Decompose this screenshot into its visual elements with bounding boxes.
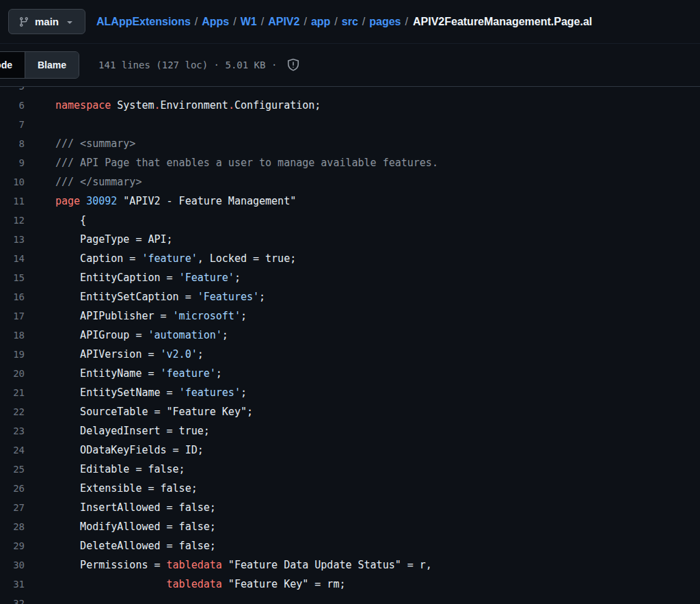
line-number[interactable]: 13 — [0, 230, 25, 249]
code-line-content: Permissions = tabledata "Feature Data Up… — [25, 555, 432, 575]
code-line: 29 DeleteAllowed = false; — [0, 536, 700, 555]
breadcrumb-current-file: APIV2FeatureManagement.Page.al — [413, 16, 592, 28]
code-line: 6namespace System.Environment.Configurat… — [0, 96, 700, 115]
code-line-content — [25, 87, 55, 96]
line-number[interactable]: 22 — [0, 402, 25, 421]
line-number[interactable]: 17 — [0, 306, 25, 326]
breadcrumb-separator: / — [304, 16, 306, 28]
breadcrumb-separator: / — [405, 16, 408, 28]
code-line: 15 EntityCaption = 'Feature'; — [0, 268, 700, 287]
breadcrumb-link[interactable]: app — [311, 16, 330, 28]
line-number[interactable]: 24 — [0, 441, 25, 460]
breadcrumb-separator: / — [233, 16, 236, 28]
code-line-content: InsertAllowed = false; — [25, 498, 216, 517]
code-line: 30 Permissions = tabledata "Feature Data… — [0, 555, 700, 575]
code-line-content: Editable = false; — [25, 460, 185, 479]
code-line: 23 DelayedInsert = true; — [0, 421, 700, 441]
breadcrumb-link[interactable]: W1 — [241, 16, 257, 28]
line-number[interactable]: 9 — [0, 153, 25, 172]
code-line-content: PageType = API; — [25, 230, 173, 249]
code-line-content: APIVersion = 'v2.0'; — [25, 345, 204, 364]
code-line-content: EntitySetCaption = 'Features'; — [25, 287, 265, 306]
code-line: 28 ModifyAllowed = false; — [0, 517, 700, 536]
code-line: 24 ODataKeyFields = ID; — [0, 441, 700, 460]
line-number[interactable]: 25 — [0, 460, 25, 479]
code-blame-toggle: CodeBlame — [0, 51, 79, 79]
line-number[interactable]: 10 — [0, 172, 25, 192]
code-line: 19 APIVersion = 'v2.0'; — [0, 345, 700, 364]
line-number[interactable]: 5 — [0, 87, 25, 96]
file-info: 141 lines (127 loc) · 5.01 KB · — [98, 60, 277, 70]
breadcrumb-link[interactable]: Apps — [202, 16, 229, 28]
line-number[interactable]: 31 — [0, 575, 25, 594]
line-number[interactable]: 20 — [0, 364, 25, 383]
line-number[interactable]: 26 — [0, 479, 25, 498]
code-line-content: page 30092 "APIV2 - Feature Management" — [25, 192, 296, 211]
code-line-content — [25, 594, 55, 604]
line-number[interactable]: 15 — [0, 268, 25, 287]
code-line-content: DelayedInsert = true; — [25, 421, 210, 441]
code-line: 27 InsertAllowed = false; — [0, 498, 700, 517]
breadcrumb-link[interactable]: ALAppExtensions — [96, 16, 191, 28]
git-branch-icon — [18, 16, 29, 27]
code-line: 16 EntitySetCaption = 'Features'; — [0, 287, 700, 306]
code-line-content: EntitySetName = 'features'; — [25, 383, 247, 402]
line-number[interactable]: 29 — [0, 536, 25, 555]
tab-blame[interactable]: Blame — [25, 52, 79, 78]
line-number[interactable]: 11 — [0, 192, 25, 211]
file-toolbar: CodeBlame 141 lines (127 loc) · 5.01 KB … — [0, 44, 700, 87]
line-number[interactable]: 18 — [0, 326, 25, 345]
line-number[interactable]: 16 — [0, 287, 25, 306]
code-line-content: SourceTable = "Feature Key"; — [25, 402, 253, 421]
code-line-content — [25, 115, 55, 134]
code-line-content: APIGroup = 'automation'; — [25, 326, 228, 345]
line-number[interactable]: 19 — [0, 345, 25, 364]
code-line-content: EntityCaption = 'Feature'; — [25, 268, 241, 287]
code-line-content: APIPublisher = 'microsoft'; — [25, 306, 247, 326]
line-number[interactable]: 6 — [0, 96, 25, 115]
code-line: 9/// API Page that enables a user to man… — [0, 153, 700, 172]
breadcrumb-separator: / — [362, 16, 365, 28]
branch-name: main — [35, 16, 59, 27]
code-line-content: Extensible = false; — [25, 479, 198, 498]
line-number[interactable]: 28 — [0, 517, 25, 536]
code-line: 11page 30092 "APIV2 - Feature Management… — [0, 192, 700, 211]
chevron-down-icon — [64, 16, 75, 27]
line-number[interactable]: 12 — [0, 211, 25, 230]
code-line-content: namespace System.Environment.Configurati… — [25, 96, 321, 115]
file-header: main ALAppExtensions/Apps/W1/APIV2/app/s… — [0, 0, 700, 44]
line-number[interactable]: 7 — [0, 115, 25, 134]
code-line-content: DeleteAllowed = false; — [25, 536, 216, 555]
breadcrumb: ALAppExtensions/Apps/W1/APIV2/app/src/pa… — [96, 16, 592, 28]
code-line-content: { — [25, 211, 86, 230]
breadcrumb-separator: / — [195, 16, 198, 28]
line-number[interactable]: 30 — [0, 555, 25, 575]
code-line: 26 Extensible = false; — [0, 479, 700, 498]
code-line: 14 Caption = 'feature', Locked = true; — [0, 249, 700, 268]
line-number[interactable]: 27 — [0, 498, 25, 517]
breadcrumb-separator: / — [261, 16, 264, 28]
code-line: 18 APIGroup = 'automation'; — [0, 326, 700, 345]
code-line: 8/// <summary> — [0, 134, 700, 153]
line-number[interactable]: 32 — [0, 594, 25, 604]
code-line: 12 { — [0, 211, 700, 230]
code-line-content: ModifyAllowed = false; — [25, 517, 216, 536]
code-line-content: /// <summary> — [25, 134, 135, 153]
line-number[interactable]: 21 — [0, 383, 25, 402]
line-number[interactable]: 23 — [0, 421, 25, 441]
code-line: 10/// </summary> — [0, 172, 700, 192]
breadcrumb-link[interactable]: src — [342, 16, 358, 28]
code-line: 25 Editable = false; — [0, 460, 700, 479]
code-line: 5 — [0, 87, 700, 96]
branch-selector[interactable]: main — [8, 9, 85, 34]
code-view: 56namespace System.Environment.Configura… — [0, 87, 700, 604]
code-line: 17 APIPublisher = 'microsoft'; — [0, 306, 700, 326]
breadcrumb-link[interactable]: pages — [369, 16, 401, 28]
line-number[interactable]: 14 — [0, 249, 25, 268]
breadcrumb-link[interactable]: APIV2 — [268, 16, 299, 28]
code-line: 22 SourceTable = "Feature Key"; — [0, 402, 700, 421]
code-line: 20 EntityName = 'feature'; — [0, 364, 700, 383]
tab-code[interactable]: Code — [0, 52, 25, 78]
shield-icon[interactable] — [286, 58, 300, 72]
line-number[interactable]: 8 — [0, 134, 25, 153]
